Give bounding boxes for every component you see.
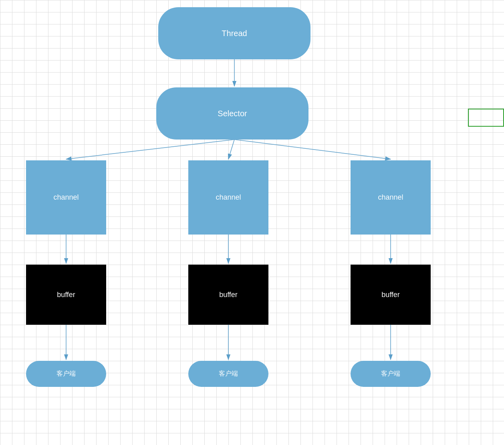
client-node-1[interactable]: 客户端 — [26, 361, 106, 387]
channel-node-3[interactable]: channel — [351, 160, 431, 235]
client-node-3[interactable]: 客户端 — [351, 361, 431, 387]
client-node-2[interactable]: 客户端 — [188, 361, 268, 387]
svg-line-2 — [66, 140, 234, 159]
buffer-node-3[interactable]: buffer — [351, 265, 431, 325]
thread-node[interactable]: Thread — [158, 7, 310, 59]
diagram-canvas: Thread Selector channel channel channel … — [0, 0, 504, 445]
buffer-node-2[interactable]: buffer — [188, 265, 268, 325]
svg-line-4 — [234, 140, 391, 159]
green-selection-rect — [468, 109, 504, 127]
buffer-node-1[interactable]: buffer — [26, 265, 106, 325]
selector-node[interactable]: Selector — [156, 87, 308, 140]
svg-line-3 — [228, 140, 234, 159]
channel-node-2[interactable]: channel — [188, 160, 268, 235]
channel-node-1[interactable]: channel — [26, 160, 106, 235]
